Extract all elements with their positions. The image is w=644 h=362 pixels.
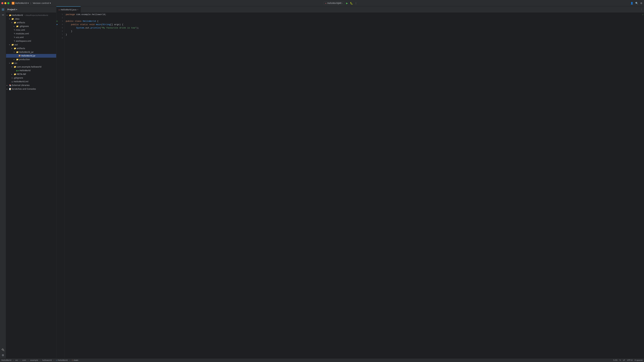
minimize-button[interactable] [4, 2, 6, 4]
app-name[interactable]: IJ HelloWorld ▾ [12, 2, 29, 4]
svg-rect-0 [2, 8, 3, 9]
tree-item[interactable]: ▾ 📁 out [6, 43, 56, 46]
tree-item[interactable]: ▾ 📁 artifacts [6, 46, 56, 50]
version-control-label[interactable]: Version control ▾ [33, 2, 51, 4]
activity-commit[interactable] [0, 12, 6, 17]
title-bar-center: ☕ HelloWorldJAR ▾ ▶ 🐛 ⋮ [52, 1, 629, 5]
tree-item[interactable]: ▾ 📁 HelloWorld_jar [6, 50, 56, 54]
code-line: public class HelloWorld { [66, 19, 640, 23]
tree-item[interactable]: ▾ 📁 src [6, 61, 56, 65]
title-bar-right: 👤 🔍 ⚙ [630, 1, 643, 5]
svg-point-4 [2, 14, 4, 15]
cursor-position[interactable]: 5:55 [613, 359, 618, 361]
tree-item[interactable]: ⦾ .gitignore [6, 76, 56, 80]
encoding[interactable]: UTF-8 [627, 359, 632, 361]
indent-settings[interactable]: 4 spaces [634, 359, 643, 361]
tab-file-icon: ☕ [58, 8, 60, 11]
tree-item[interactable]: 📦 HelloWorld.jar [6, 54, 56, 58]
reload-icon[interactable]: ↻ [620, 359, 621, 361]
more-run-options[interactable]: ⋮ [354, 1, 358, 5]
breadcrumb-sep-3: › [28, 359, 28, 361]
tree-item[interactable]: ▸ 📁 production [6, 58, 56, 61]
activity-bar: 🔌 ⚙ [0, 6, 6, 358]
sidebar-header: Project ▾ [6, 6, 56, 13]
tree-item[interactable]: ◉ ▶ HelloWorld [6, 69, 56, 72]
run-config-icon: ☕ [325, 2, 327, 4]
code-editor[interactable]: 12▶3▶45678 package com.example.helloworl… [56, 13, 644, 358]
tree-item[interactable]: ▸ 📝 Scratches and Consoles [6, 87, 56, 91]
search-everywhere-icon[interactable]: 🔍 [635, 1, 638, 5]
sidebar-tree: ▾ 📂 HelloWorld ~/IdeaProjects/HelloWorld… [6, 13, 56, 358]
breadcrumb-main[interactable]: ⬡main [72, 359, 78, 361]
run-gutter-arrow2[interactable]: ▶ [57, 23, 58, 25]
breadcrumb-class[interactable]: ◇HelloWorld [56, 359, 68, 361]
line-number: 2 [56, 16, 64, 19]
run-button[interactable]: ▶ [346, 1, 348, 5]
breadcrumb-method-icon: ⬡ [72, 359, 73, 361]
app-logo: IJ [12, 2, 14, 4]
tab-label: HelloWorld.java [61, 8, 76, 11]
settings-icon[interactable]: ⚙ [640, 1, 643, 5]
tree-item[interactable]: ▾ 📁 com.example.helloworld [6, 65, 56, 69]
activity-settings[interactable]: ⚙ [0, 353, 6, 358]
breadcrumb-sep-5: › [54, 359, 54, 361]
tab-close-button[interactable]: ✕ [77, 9, 78, 10]
line-number: 8 [56, 36, 64, 39]
tree-item[interactable]: ✎ vcs.xml [6, 35, 56, 39]
svg-rect-2 [2, 10, 3, 10]
editor-area: ☕ HelloWorld.java ✕ ⋮ 12▶3▶45678 package… [56, 6, 644, 358]
svg-rect-3 [3, 10, 4, 10]
title-bar: IJ HelloWorld ▾ | Version control ▾ ☕ He… [0, 0, 644, 6]
title-bar-left: IJ HelloWorld ▾ | Version control ▾ [1, 2, 51, 4]
breadcrumb-sep-4: › [40, 359, 40, 361]
editor-right-gutter: ✓ [642, 13, 644, 358]
no-errors-indicator: ✓ [642, 13, 643, 16]
activity-project[interactable] [0, 7, 6, 12]
tree-item[interactable]: ▾ 📂 HelloWorld ~/IdeaProjects/HelloWorld [6, 13, 56, 17]
tree-item[interactable]: ✎ workspace.xml [6, 39, 56, 43]
breadcrumb-com[interactable]: com [22, 359, 26, 361]
debug-button[interactable]: 🐛 [350, 1, 353, 5]
status-bar-left: HelloWorld › src › com › example › hello… [1, 359, 78, 361]
breadcrumb-helloworld2[interactable]: helloworld [42, 359, 52, 361]
line-ending[interactable]: LF [623, 359, 625, 361]
run-config-name: HelloWorldJAR [327, 2, 342, 4]
tree-item[interactable]: ▾ 📁 .idea [6, 17, 56, 21]
code-line: } [66, 33, 640, 36]
activity-plugins[interactable]: 🔌 [0, 347, 6, 352]
tab-bar-actions: ⋮ [640, 8, 644, 11]
tree-item[interactable]: ✎ modules.xml [6, 32, 56, 35]
close-button[interactable] [1, 2, 3, 4]
code-line [66, 36, 640, 39]
breadcrumb-sep-2: › [20, 359, 20, 361]
breadcrumb-src[interactable]: src [16, 359, 18, 361]
code-line: } [66, 29, 640, 33]
code-content[interactable]: package com.example.helloworld; public c… [64, 13, 642, 358]
run-config-chevron: ▾ [342, 2, 343, 4]
line-number: ▶4 [56, 23, 64, 26]
main-layout: 🔌 ⚙ Project ▾ ▾ 📂 HelloWorld ~/IdeaProje… [0, 6, 644, 358]
sidebar-title-label[interactable]: Project ▾ [8, 8, 17, 11]
tree-item[interactable]: ▾ 📁 artifacts [6, 21, 56, 24]
run-gutter-arrow[interactable]: ▶ [57, 20, 58, 22]
code-line [66, 16, 640, 19]
project-name-label[interactable]: HelloWorld ▾ [15, 2, 29, 4]
breadcrumb-class-icon: ◇ [56, 359, 57, 361]
breadcrumb-helloworld[interactable]: HelloWorld [1, 359, 11, 361]
breadcrumb-example[interactable]: example [30, 359, 38, 361]
breadcrumb-sep-1: › [13, 359, 14, 361]
tab-helloworld-java[interactable]: ☕ HelloWorld.java ✕ [56, 6, 81, 12]
traffic-lights [1, 2, 10, 4]
sidebar: Project ▾ ▾ 📂 HelloWorld ~/IdeaProjects/… [6, 6, 56, 358]
tree-item[interactable]: ✎ misc.xml [6, 28, 56, 32]
code-line: System.out.println("My favourite drink i… [66, 26, 640, 29]
profile-icon[interactable]: 👤 [630, 1, 634, 5]
tree-item[interactable]: ▸ 📚 External Libraries [6, 83, 56, 87]
title-separator: | [30, 2, 31, 4]
maximize-button[interactable] [8, 2, 10, 4]
tree-item[interactable]: 🗂 HelloWorld.iml [6, 80, 56, 83]
editor-more-actions[interactable]: ⋮ [640, 8, 643, 11]
run-config-selector[interactable]: ☕ HelloWorldJAR ▾ [324, 1, 344, 5]
tree-item[interactable]: ▸ 📁 .gitignore [6, 24, 56, 28]
tree-item[interactable]: ▸ 📁 META-INF [6, 72, 56, 76]
